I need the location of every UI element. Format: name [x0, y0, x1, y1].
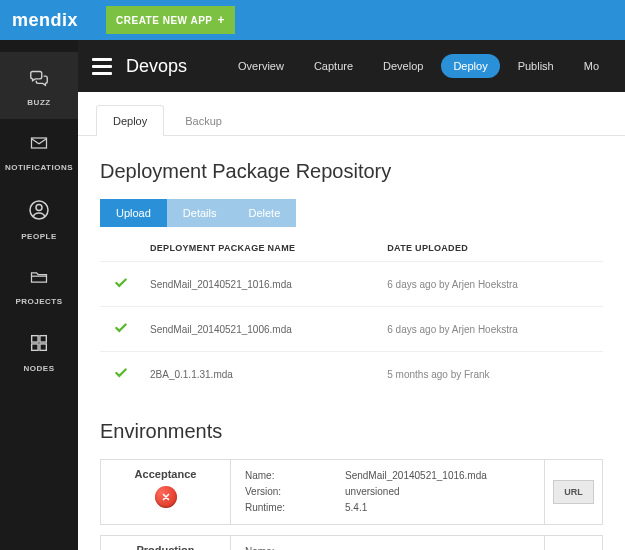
delete-button: Delete	[232, 199, 296, 227]
package-date: 6 days ago by Arjen Hoekstra	[387, 279, 603, 290]
env-name: Acceptance	[135, 468, 197, 480]
sidebar-item-label: NODES	[24, 364, 55, 373]
folder-icon	[27, 267, 51, 291]
person-icon	[27, 198, 51, 226]
svg-rect-4	[40, 336, 46, 342]
sidebar-item-label: BUZZ	[27, 98, 50, 107]
env-card-acceptance: AcceptanceName:Version:Runtime:SendMail_…	[100, 459, 603, 525]
package-date: 6 days ago by Arjen Hoekstra	[387, 324, 603, 335]
error-icon	[155, 486, 177, 508]
app-title: Devops	[126, 56, 226, 77]
sidebar-item-buzz[interactable]: BUZZ	[0, 52, 78, 119]
app-bar: Devops OverviewCaptureDevelopDeployPubli…	[78, 40, 625, 92]
env-heading: Environments	[100, 420, 603, 443]
table-row[interactable]: SendMail_20140521_1016.mda6 days ago by …	[100, 261, 603, 306]
tab-mo[interactable]: Mo	[572, 54, 611, 78]
subtab-deploy[interactable]: Deploy	[96, 105, 164, 136]
tab-develop[interactable]: Develop	[371, 54, 435, 78]
sidebar-item-label: NOTIFICATIONS	[5, 163, 73, 172]
sidebar-item-notifications[interactable]: NOTIFICATIONS	[0, 119, 78, 184]
svg-rect-5	[32, 344, 38, 350]
subtab-backup[interactable]: Backup	[168, 105, 239, 136]
svg-rect-3	[32, 336, 38, 342]
top-tabs: OverviewCaptureDevelopDeployPublishMo	[226, 54, 611, 78]
env-field-values	[345, 544, 348, 550]
package-table: DEPLOYMENT PACKAGE NAME DATE UPLOADED Se…	[100, 235, 603, 396]
top-bar: mendix CREATE NEW APP +	[0, 0, 625, 40]
check-icon	[114, 276, 150, 292]
repo-heading: Deployment Package Repository	[100, 160, 603, 183]
tab-capture[interactable]: Capture	[302, 54, 365, 78]
hamburger-icon[interactable]	[92, 58, 112, 75]
check-icon	[114, 366, 150, 382]
create-new-app-label: CREATE NEW APP	[116, 15, 212, 26]
sidebar-item-label: PEOPLE	[21, 232, 56, 241]
sidebar-item-label: PROJECTS	[15, 297, 62, 306]
env-name: Production	[136, 544, 194, 550]
package-name: 2BA_0.1.1.31.mda	[150, 369, 387, 380]
package-name: SendMail_20140521_1006.mda	[150, 324, 387, 335]
env-card-production: ProductionName:Version:Runtime: URL	[100, 535, 603, 550]
sidebar-item-people[interactable]: PEOPLE	[0, 184, 78, 253]
package-name: SendMail_20140521_1016.mda	[150, 279, 387, 290]
col-header-name: DEPLOYMENT PACKAGE NAME	[150, 243, 387, 253]
upload-button[interactable]: Upload	[100, 199, 167, 227]
sidebar-item-nodes[interactable]: NODES	[0, 318, 78, 385]
tab-publish[interactable]: Publish	[506, 54, 566, 78]
left-sidebar: BUZZNOTIFICATIONSPEOPLEPROJECTSNODES	[0, 40, 78, 550]
env-field-labels: Name:Version:Runtime:	[245, 544, 285, 550]
col-header-date: DATE UPLOADED	[387, 243, 603, 253]
content-area: Devops OverviewCaptureDevelopDeployPubli…	[78, 40, 625, 550]
plus-icon: +	[217, 13, 225, 27]
svg-rect-6	[40, 344, 46, 350]
tab-overview[interactable]: Overview	[226, 54, 296, 78]
details-button: Details	[167, 199, 233, 227]
table-row[interactable]: 2BA_0.1.1.31.mda5 months ago by Frank	[100, 351, 603, 396]
tab-deploy[interactable]: Deploy	[441, 54, 499, 78]
brand-logo: mendix	[12, 10, 78, 31]
repo-actions: UploadDetailsDelete	[100, 199, 603, 227]
sub-tabs: DeployBackup	[78, 92, 625, 136]
sidebar-item-projects[interactable]: PROJECTS	[0, 253, 78, 318]
url-button[interactable]: URL	[553, 480, 594, 504]
table-row[interactable]: SendMail_20140521_1006.mda6 days ago by …	[100, 306, 603, 351]
grid-icon	[28, 332, 50, 358]
check-icon	[114, 321, 150, 337]
mail-icon	[27, 133, 51, 157]
env-field-labels: Name:Version:Runtime:	[245, 468, 285, 516]
package-date: 5 months ago by Frank	[387, 369, 603, 380]
svg-point-2	[36, 205, 42, 211]
create-new-app-button[interactable]: CREATE NEW APP +	[106, 6, 235, 34]
env-field-values: SendMail_20140521_1016.mdaunversioned5.4…	[345, 468, 487, 516]
chat-icon	[27, 66, 51, 92]
svg-rect-0	[32, 138, 47, 148]
